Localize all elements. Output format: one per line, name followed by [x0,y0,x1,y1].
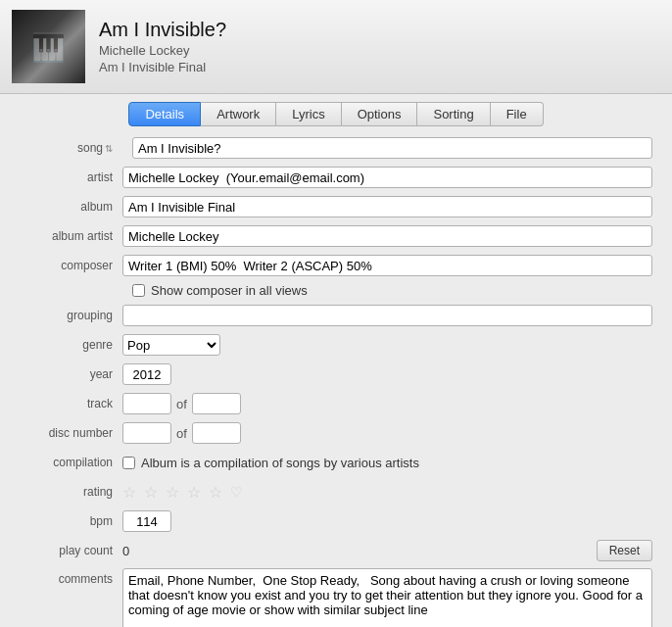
tabs: Details Artwork Lyrics Options Sorting F… [0,94,672,126]
compilation-text: Album is a compilation of songs by vario… [141,456,419,470]
disc-number-row: disc number of [20,421,652,445]
grouping-input[interactable] [122,305,652,326]
tab-options[interactable]: Options [342,102,418,126]
artist-label: artist [20,170,122,184]
comments-row: comments Email, Phone Number, One Stop R… [20,568,652,627]
grouping-row: grouping [20,304,652,327]
bpm-row: bpm [20,509,652,533]
tab-sorting[interactable]: Sorting [417,102,490,126]
year-label: year [20,367,122,381]
compilation-label: compilation [20,456,122,469]
genre-label: genre [20,338,122,352]
genre-row: genre Pop Rock Jazz Classical Country Hi… [20,333,652,357]
star-2[interactable]: ☆ [144,483,160,502]
play-count-label: play count [20,544,122,557]
album-row: album [20,195,652,218]
show-composer-row: Show composer in all views [20,283,652,298]
form-area: song ⇅ artist album album artist compose… [0,126,672,627]
song-row: song ⇅ [20,136,652,160]
rating-control[interactable]: ☆ ☆ ☆ ☆ ☆ ♡ [122,483,243,502]
bpm-label: bpm [20,514,122,528]
bpm-input[interactable] [122,510,171,532]
track-of-input[interactable] [192,393,241,414]
tab-artwork[interactable]: Artwork [201,102,276,126]
song-input[interactable] [132,137,652,159]
tab-details[interactable]: Details [128,102,201,126]
rating-row: rating ☆ ☆ ☆ ☆ ☆ ♡ [20,480,652,504]
comments-textarea[interactable]: Email, Phone Number, One Stop Ready, Son… [122,568,652,627]
genre-select[interactable]: Pop Rock Jazz Classical Country Hip-Hop … [122,334,220,356]
composer-row: composer [20,254,652,277]
compilation-checkbox[interactable] [122,457,135,469]
disc-number-input[interactable] [122,422,171,444]
album-artist-label: album artist [20,229,122,243]
star-4[interactable]: ☆ [187,483,203,502]
header-title: Am I Invisible? [99,19,226,41]
song-label: song [77,141,103,155]
disc-number-label: disc number [20,426,122,440]
header-album: Am I Invisible Final [99,60,226,74]
album-artist-row: album artist [20,224,652,248]
composer-input[interactable] [122,255,652,276]
album-input[interactable] [122,196,652,217]
tab-lyrics[interactable]: Lyrics [276,102,341,126]
header: 🎹 Am I Invisible? Michelle Lockey Am I I… [0,0,672,94]
track-of: of [176,397,187,411]
year-row: year [20,362,652,386]
album-art: 🎹 [12,10,85,83]
comments-label: comments [20,568,122,586]
show-composer-checkbox[interactable] [132,284,145,297]
tab-file[interactable]: File [491,102,544,126]
artist-row: artist [20,166,652,189]
compilation-row: compilation Album is a compilation of so… [20,451,652,474]
composer-label: composer [20,259,122,272]
disc-of: of [176,426,187,441]
grouping-label: grouping [20,309,122,322]
play-count-value: 0 [122,544,597,558]
track-row: track of [20,392,652,415]
reset-button[interactable]: Reset [597,540,652,561]
album-art-icon: 🎹 [31,30,66,63]
track-input[interactable] [122,393,171,414]
star-5[interactable]: ☆ [209,483,224,502]
rating-label: rating [20,485,122,499]
year-input[interactable] [122,363,171,385]
heart-icon[interactable]: ♡ [230,484,243,500]
album-artist-input[interactable] [122,225,652,247]
sort-indicator: ⇅ [105,143,113,154]
artist-input[interactable] [122,167,652,188]
album-label: album [20,200,122,214]
play-count-row: play count 0 Reset [20,539,652,562]
disc-of-input[interactable] [192,422,241,444]
header-text: Am I Invisible? Michelle Lockey Am I Inv… [99,19,226,74]
show-composer-label: Show composer in all views [151,283,308,298]
header-artist: Michelle Lockey [99,43,226,58]
star-3[interactable]: ☆ [166,483,181,502]
track-label: track [20,397,122,410]
star-1[interactable]: ☆ [122,483,138,502]
